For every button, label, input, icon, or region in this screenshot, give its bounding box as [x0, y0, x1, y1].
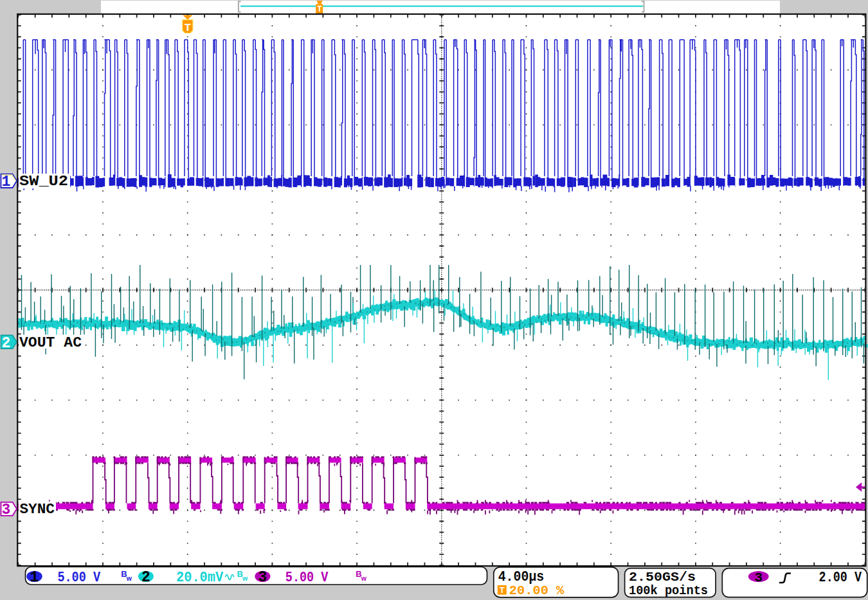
svg-text:w: w — [242, 574, 248, 582]
svg-text:VOUT AC: VOUT AC — [19, 335, 82, 351]
svg-text:5.00 V: 5.00 V — [285, 570, 329, 585]
svg-text:SYNC: SYNC — [20, 502, 55, 518]
svg-text:T: T — [317, 5, 322, 14]
svg-text:T: T — [185, 22, 191, 34]
svg-text:2: 2 — [141, 569, 150, 586]
svg-text:20.0mV: 20.0mV — [176, 570, 223, 585]
svg-text:SW_U2: SW_U2 — [19, 174, 68, 190]
svg-text:2: 2 — [2, 335, 11, 352]
svg-text:100k points: 100k points — [629, 583, 708, 598]
svg-text:4.00µs: 4.00µs — [498, 569, 545, 585]
svg-text:5.00 V: 5.00 V — [57, 570, 100, 585]
svg-text:1: 1 — [30, 569, 39, 586]
svg-text:3: 3 — [2, 502, 11, 518]
svg-text:w: w — [126, 574, 132, 582]
svg-text:2.50GS/s: 2.50GS/s — [629, 570, 696, 585]
svg-text:2.00 V: 2.00 V — [819, 570, 862, 585]
svg-text:3: 3 — [258, 569, 267, 586]
svg-text:T: T — [500, 586, 505, 595]
svg-text:1: 1 — [2, 174, 11, 190]
svg-text:20.00 %: 20.00 % — [509, 583, 565, 598]
svg-text:w: w — [361, 574, 367, 582]
svg-text:3: 3 — [754, 570, 763, 585]
